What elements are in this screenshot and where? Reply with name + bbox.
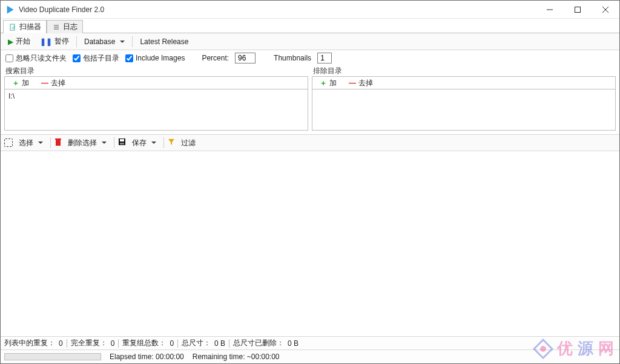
include-subdirs-label: 包括子目录	[83, 53, 119, 63]
ignore-readonly-input[interactable]	[5, 54, 13, 62]
divider	[118, 339, 119, 348]
start-label: 开始	[16, 36, 30, 47]
close-button[interactable]	[592, 1, 619, 19]
latest-release-label: Latest Release	[140, 37, 188, 46]
play-icon: ▶	[8, 37, 13, 46]
separator	[163, 137, 164, 148]
exclude-dir-toolbar: ＋加 —去掉	[312, 76, 616, 89]
latest-release-button[interactable]: Latest Release	[136, 35, 192, 48]
start-button[interactable]: ▶ 开始	[4, 35, 34, 48]
tab-log[interactable]: 日志	[47, 20, 83, 33]
filter-icon	[168, 138, 175, 148]
exclude-add-button[interactable]: ＋加	[316, 76, 340, 89]
plus-icon: ＋	[12, 78, 19, 88]
remaining-label: Remaining time:	[193, 353, 245, 361]
status-dup-in-list-value: 0	[59, 339, 63, 348]
search-dir-panel: 搜索目录 ＋加 —去掉 I:\	[4, 66, 308, 131]
pause-icon: ❚❚	[40, 37, 52, 46]
ignore-readonly-label: 忽略只读文件夹	[16, 53, 67, 63]
divider	[177, 339, 178, 348]
include-images-label: Include Images	[136, 54, 185, 62]
thumbnails-label: Thumbnails	[274, 54, 311, 62]
search-remove-label: 去掉	[51, 78, 65, 88]
thumbnails-input[interactable]	[317, 53, 332, 63]
search-dir-list[interactable]: I:\	[4, 89, 308, 131]
minus-icon: —	[349, 79, 356, 87]
progress-bar-row: Elapsed time: 00:00:00 Remaining time: ~…	[1, 350, 619, 363]
select-box-icon	[4, 138, 13, 147]
divider	[229, 339, 229, 348]
percent-label: Percent:	[202, 54, 229, 62]
results-toolbar: 选择 删除选择 保存 过滤	[1, 134, 619, 151]
status-total-size-label: 总尺寸：	[182, 338, 211, 348]
include-subdirs-input[interactable]	[73, 54, 81, 62]
exclude-remove-button[interactable]: —去掉	[345, 76, 377, 89]
status-total-deleted-label: 总尺寸已删除：	[233, 338, 284, 348]
exclude-dir-panel: 排除目录 ＋加 —去掉	[312, 66, 616, 131]
separator	[76, 36, 77, 47]
directory-panels: 搜索目录 ＋加 —去掉 I:\ 排除目录 ＋加 —去掉	[1, 66, 619, 134]
filter-label: 过滤	[181, 138, 196, 148]
options-row: 忽略只读文件夹 包括子目录 Include Images Percent: Th…	[1, 50, 619, 66]
divider	[67, 339, 67, 348]
search-remove-button[interactable]: —去掉	[38, 76, 69, 89]
status-dup-groups-label: 重复组总数：	[122, 338, 166, 348]
status-full-dup-value: 0	[111, 339, 115, 348]
status-bar: 列表中的重复： 0 完全重复： 0 重复组总数： 0 总尺寸： 0 B 总尺寸已…	[1, 337, 619, 350]
delete-select-dropdown[interactable]: 删除选择	[64, 136, 110, 149]
trash-icon	[54, 138, 62, 148]
svg-marker-0	[7, 6, 13, 13]
svg-rect-13	[120, 143, 124, 145]
filter-button[interactable]: 过滤	[177, 136, 199, 149]
separator	[114, 137, 114, 148]
search-dir-toolbar: ＋加 —去掉	[4, 76, 308, 89]
minimize-button[interactable]	[536, 1, 564, 19]
save-dropdown[interactable]: 保存	[128, 136, 160, 149]
separator	[50, 137, 51, 148]
tab-bar: 扫描器 日志	[1, 19, 619, 33]
plus-icon: ＋	[320, 78, 327, 88]
search-dir-title: 搜索目录	[4, 66, 308, 76]
titlebar: Video Duplicate Finder 2.0	[1, 1, 619, 19]
pause-label: 暂停	[54, 36, 69, 47]
search-add-button[interactable]: ＋加	[8, 76, 33, 89]
database-dropdown[interactable]: Database	[81, 35, 128, 48]
include-images-input[interactable]	[125, 54, 133, 62]
svg-rect-9	[56, 140, 61, 146]
progress-bar	[4, 353, 101, 360]
include-subdirs-checkbox[interactable]: 包括子目录	[73, 53, 119, 63]
svg-rect-12	[120, 139, 124, 141]
status-dup-in-list-label: 列表中的重复：	[4, 338, 55, 348]
results-area[interactable]	[1, 151, 619, 337]
status-full-dup-label: 完全重复：	[71, 338, 107, 348]
search-add-label: 加	[22, 78, 29, 88]
svg-rect-10	[55, 138, 61, 140]
save-icon	[118, 138, 126, 148]
elapsed-label: Elapsed time:	[110, 353, 154, 361]
status-total-size-value: 0 B	[214, 339, 225, 348]
percent-input[interactable]	[235, 53, 256, 63]
exclude-add-label: 加	[329, 78, 337, 88]
exclude-dir-title: 排除目录	[312, 66, 616, 76]
tab-scanner[interactable]: 扫描器	[3, 20, 47, 33]
ignore-readonly-checkbox[interactable]: 忽略只读文件夹	[5, 53, 67, 63]
svg-line-4	[602, 7, 608, 13]
list-item[interactable]: I:\	[8, 92, 304, 100]
exclude-remove-label: 去掉	[358, 78, 373, 88]
svg-marker-14	[168, 139, 174, 145]
list-icon	[52, 23, 61, 31]
select-dropdown[interactable]: 选择	[15, 136, 47, 149]
delete-select-label: 删除选择	[68, 138, 97, 148]
select-label: 选择	[19, 138, 33, 148]
document-refresh-icon	[8, 23, 17, 31]
pause-button[interactable]: ❚❚ 暂停	[36, 35, 73, 48]
separator	[132, 36, 133, 47]
window-title: Video Duplicate Finder 2.0	[19, 5, 104, 14]
exclude-dir-list[interactable]	[312, 89, 616, 131]
database-label: Database	[84, 37, 115, 46]
main-toolbar: ▶ 开始 ❚❚ 暂停 Database Latest Release	[1, 33, 619, 50]
elapsed-value: 00:00:00	[156, 353, 184, 361]
include-images-checkbox[interactable]: Include Images	[125, 54, 185, 62]
maximize-button[interactable]	[564, 1, 592, 19]
svg-rect-2	[575, 7, 581, 12]
